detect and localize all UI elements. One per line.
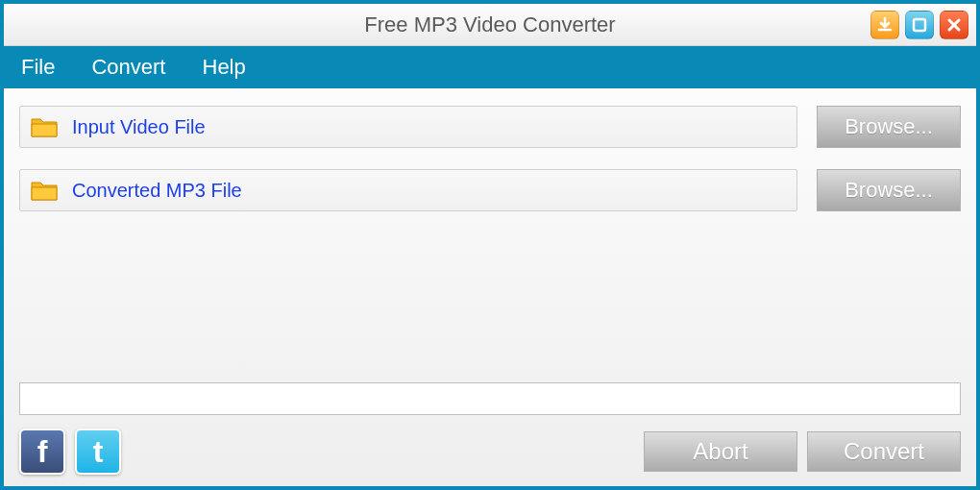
progress-bar bbox=[19, 382, 961, 415]
facebook-icon: f bbox=[37, 434, 48, 470]
convert-button[interactable]: Convert bbox=[807, 431, 961, 472]
facebook-button[interactable]: f bbox=[19, 429, 65, 475]
output-file-label: Converted MP3 File bbox=[72, 180, 242, 202]
input-file-field[interactable]: Input Video File bbox=[19, 106, 797, 148]
browse-input-button[interactable]: Browse... bbox=[817, 106, 961, 148]
maximize-button[interactable] bbox=[905, 11, 934, 39]
menu-help[interactable]: Help bbox=[203, 55, 246, 80]
output-file-field[interactable]: Converted MP3 File bbox=[19, 169, 797, 211]
folder-icon bbox=[30, 115, 59, 138]
menu-convert[interactable]: Convert bbox=[91, 55, 165, 80]
output-file-row: Converted MP3 File Browse... bbox=[19, 169, 961, 211]
app-title: Free MP3 Video Converter bbox=[4, 12, 976, 37]
twitter-icon: t bbox=[93, 434, 104, 470]
input-file-row: Input Video File Browse... bbox=[19, 106, 961, 148]
window-controls bbox=[870, 11, 968, 39]
input-file-label: Input Video File bbox=[72, 116, 206, 138]
app-window: Free MP3 Video Converter File Convert He… bbox=[0, 0, 980, 490]
spacer bbox=[19, 233, 961, 382]
download-button[interactable] bbox=[870, 11, 899, 39]
abort-button[interactable]: Abort bbox=[644, 431, 797, 472]
folder-icon bbox=[30, 179, 59, 202]
svg-rect-0 bbox=[914, 19, 925, 31]
menubar: File Convert Help bbox=[4, 46, 976, 88]
download-icon bbox=[876, 16, 894, 34]
close-button[interactable] bbox=[940, 11, 968, 39]
twitter-button[interactable]: t bbox=[75, 429, 121, 475]
menu-file[interactable]: File bbox=[21, 55, 55, 80]
maximize-icon bbox=[912, 17, 927, 33]
bottom-row: f t Abort Convert bbox=[19, 429, 961, 475]
titlebar: Free MP3 Video Converter bbox=[4, 4, 976, 46]
close-icon bbox=[946, 17, 962, 33]
browse-output-button[interactable]: Browse... bbox=[817, 169, 961, 211]
content-area: Input Video File Browse... Converted MP3… bbox=[4, 88, 976, 486]
